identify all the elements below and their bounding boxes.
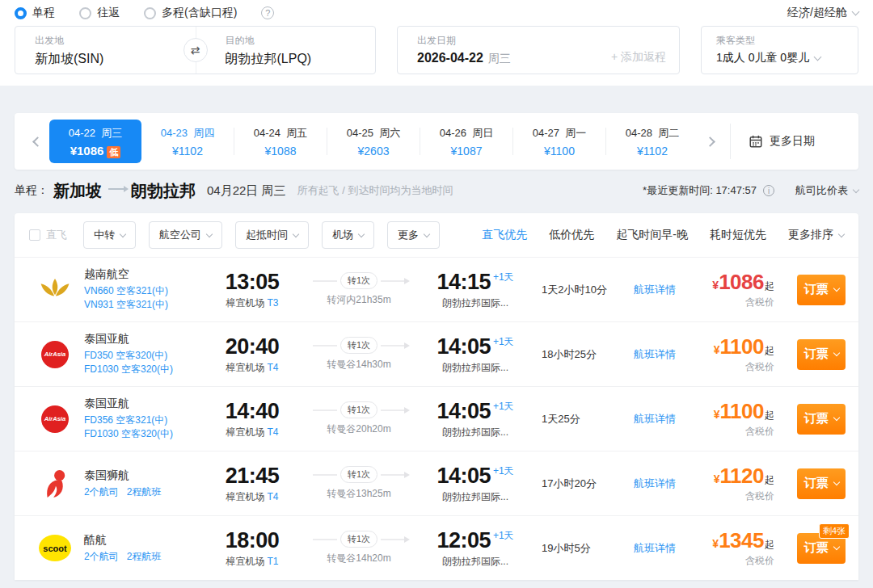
destination-field[interactable]: 目的地 朗勃拉邦(LPQ) xyxy=(196,27,376,74)
swap-arrows-icon[interactable]: ⇄ xyxy=(183,38,208,62)
radio-round-trip[interactable]: 往返 xyxy=(79,6,120,20)
flight-row: scoot 酷航 2个航司 2程航班 18:00 樟宜机场T1 转1次 转曼谷1… xyxy=(15,515,858,580)
flight-number-link[interactable]: VN931 空客321(中) xyxy=(84,298,207,312)
filter-transfer[interactable]: 中转 xyxy=(83,221,136,249)
plus-one-day-tag: +1天 xyxy=(493,465,514,477)
chevron-left-icon[interactable] xyxy=(32,136,43,147)
flight-detail-link[interactable]: 航班详情 xyxy=(634,283,708,297)
depart-airport: 樟宜机场 xyxy=(226,426,264,438)
flight-number-link[interactable]: FD1030 空客320(中) xyxy=(84,363,207,376)
chevron-down-icon xyxy=(853,186,859,192)
chevron-down-icon xyxy=(293,230,299,237)
destination-value[interactable]: 朗勃拉邦(LPQ) xyxy=(226,51,376,68)
arrive-airport: 朗勃拉邦国际... xyxy=(420,555,530,569)
departure-date-label: 出发日期 xyxy=(417,34,511,48)
info-icon[interactable]: i xyxy=(763,185,774,196)
arrive-time: 12:05+1天 xyxy=(420,528,530,553)
book-button[interactable]: 订票 xyxy=(797,404,846,435)
book-button[interactable]: 订票 xyxy=(797,339,846,370)
price-block: ¥1120起 含税价 xyxy=(714,464,774,503)
cabin-class-selector[interactable]: 经济/超经舱 xyxy=(787,6,858,20)
flight-row: 泰国狮航 2个航司 2程航班 21:45 樟宜机场T4 转1次 转曼谷13h25… xyxy=(15,451,858,515)
direct-flight-checkbox[interactable]: 直飞 xyxy=(29,228,67,242)
flight-detail-link[interactable]: 航班详情 xyxy=(634,477,708,491)
book-button[interactable]: 订票 xyxy=(797,468,846,499)
arrive-airport: 朗勃拉邦国际... xyxy=(420,426,530,439)
sort-more[interactable]: 更多排序 xyxy=(788,228,844,242)
route-to-city: 朗勃拉邦 xyxy=(131,180,196,202)
chevron-right-icon[interactable] xyxy=(705,136,715,147)
flight-detail-link[interactable]: 航班详情 xyxy=(634,541,708,556)
date-tab[interactable]: 04-26 周日 ¥1087 xyxy=(420,121,512,162)
date-tab[interactable]: 04-24 周五 ¥1088 xyxy=(234,121,327,162)
radio-multi-city[interactable]: 多程(含缺口程) xyxy=(144,6,237,20)
last-updated-time: *最近更新时间: 17:47:57 xyxy=(643,183,757,198)
sort-lowest-price[interactable]: 低价优先 xyxy=(549,228,594,242)
radio-selected-icon[interactable] xyxy=(15,7,27,19)
segment-count-link[interactable]: 2程航班 xyxy=(127,485,162,499)
passenger-type-value[interactable]: 1成人 0儿童 0婴儿 xyxy=(716,51,809,65)
airline-price-compare-button[interactable]: 航司比价表 xyxy=(795,183,858,198)
tax-included-note: 含税价 xyxy=(712,554,774,568)
flight-detail-link[interactable]: 航班详情 xyxy=(634,412,708,426)
flight-number-link[interactable]: FD356 空客321(中) xyxy=(84,414,207,427)
filter-time[interactable]: 起抵时间 xyxy=(235,221,309,249)
airline-count-link[interactable]: 2个航司 xyxy=(84,550,119,564)
destination-label: 目的地 xyxy=(226,34,376,48)
departure-date-value[interactable]: 2026-04-22 xyxy=(417,51,483,65)
date-tab[interactable]: 04-23 周四 ¥1102 xyxy=(141,121,234,162)
passenger-type-box[interactable]: 乘客类型 1成人 0儿童 0婴儿 xyxy=(701,26,858,74)
sort-direct-first[interactable]: 直飞优先 xyxy=(482,228,527,242)
departure-date-box[interactable]: 出发日期 2026-04-22周三 + 添加返程 xyxy=(397,26,680,74)
calendar-icon xyxy=(749,134,763,149)
route-header: 单程： 新加坡 朗勃拉邦 04月22日 周三 所有起飞 / 到达时间均为当地时间… xyxy=(15,170,858,212)
sort-shortest-duration[interactable]: 耗时短优先 xyxy=(710,228,766,242)
radio-one-way-label: 单程 xyxy=(32,6,55,20)
filter-more[interactable]: 更多 xyxy=(387,221,440,249)
date-tab-selected[interactable]: 04-22 周三 ¥1086低 xyxy=(49,120,141,163)
departure-field[interactable]: 出发地 新加坡(SIN) xyxy=(15,27,196,74)
flight-row: AirAsia 泰国亚航 FD356 空客321(中) FD1030 空客320… xyxy=(15,386,858,451)
help-icon[interactable]: ? xyxy=(261,6,274,19)
transfer-graphic: 转1次 xyxy=(297,466,420,483)
chevron-down-icon xyxy=(814,53,822,61)
flight-number-link[interactable]: VN660 空客321(中) xyxy=(84,284,207,298)
depart-terminal: T4 xyxy=(267,362,278,373)
radio-round-trip-label: 往返 xyxy=(97,6,120,20)
price-value: 1100 xyxy=(720,334,764,359)
price-value: 1100 xyxy=(720,399,764,423)
radio-one-way[interactable]: 单程 xyxy=(15,6,55,20)
flight-detail-link[interactable]: 航班详情 xyxy=(634,347,708,362)
sort-departure-time[interactable]: 起飞时间早-晚 xyxy=(616,228,688,242)
date-tab[interactable]: 04-27 周一 ¥1100 xyxy=(513,121,605,162)
book-button[interactable]: 订票 xyxy=(797,275,846,305)
radio-unselected-icon[interactable] xyxy=(79,7,91,19)
chevron-down-icon xyxy=(424,230,430,237)
flight-number-link[interactable]: FD1030 空客320(中) xyxy=(84,427,207,441)
segment-count-link[interactable]: 2程航班 xyxy=(127,550,162,564)
depart-time: 14:40 xyxy=(207,399,297,424)
radio-unselected-icon[interactable] xyxy=(144,7,156,19)
airasia-logo-icon: AirAsia xyxy=(36,405,74,433)
filter-airport[interactable]: 机场 xyxy=(322,221,374,249)
checkbox-icon[interactable] xyxy=(29,229,40,241)
depart-time: 13:05 xyxy=(207,270,297,295)
airline-count-link[interactable]: 2个航司 xyxy=(84,485,119,499)
flight-number-link[interactable]: FD350 空客320(中) xyxy=(84,349,207,363)
duration: 17小时20分 xyxy=(530,477,634,491)
departure-value[interactable]: 新加坡(SIN) xyxy=(35,51,196,68)
lion-air-logo-icon xyxy=(36,468,74,499)
transfer-info: 转曼谷13h25m xyxy=(297,487,420,501)
date-tab[interactable]: 04-28 周二 ¥1102 xyxy=(606,121,698,162)
filter-airline[interactable]: 航空公司 xyxy=(149,221,222,249)
more-dates-button[interactable]: 更多日期 xyxy=(749,134,815,149)
add-return-button[interactable]: + 添加返程 xyxy=(611,50,666,65)
stops-badge: 转1次 xyxy=(340,337,377,354)
depart-terminal: T3 xyxy=(267,297,278,309)
price-block: ¥1100起 含税价 xyxy=(714,399,774,439)
depart-airport: 樟宜机场 xyxy=(226,491,264,502)
transfer-info: 转河内21h35m xyxy=(297,293,420,307)
date-tab[interactable]: 04-25 周六 ¥2603 xyxy=(327,121,420,162)
departure-date-field[interactable]: 出发日期 2026-04-22周三 xyxy=(417,34,511,74)
transfer-info: 转曼谷20h20m xyxy=(297,422,420,436)
